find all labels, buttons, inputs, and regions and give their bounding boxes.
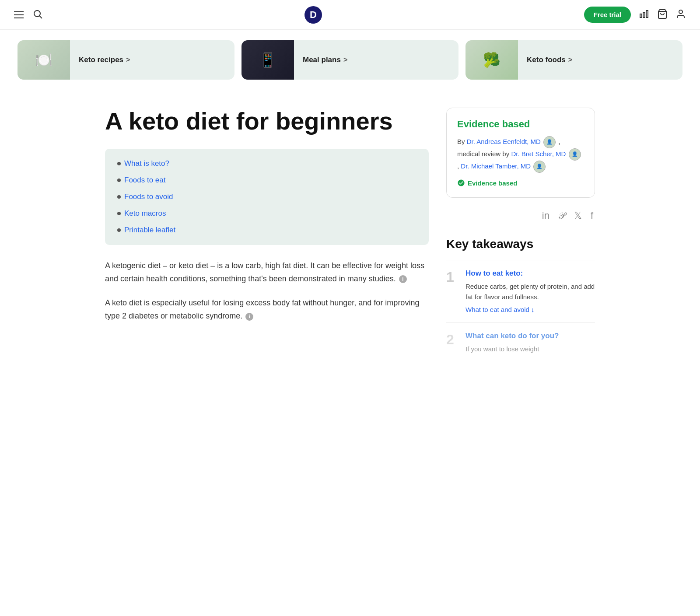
main-content: A keto diet for beginners What is keto? … [105,108,429,367]
toc-link-foods-to-eat[interactable]: Foods to eat [124,176,166,185]
keto-foods-arrow: > [568,56,572,64]
citation-icon-1[interactable]: i [399,275,407,283]
keto-recipes-card[interactable]: 🍽️ Keto recipes > [18,40,234,80]
author3-link[interactable]: Dr. Michael Tamber, MD [461,162,531,170]
toc-item-keto-macros: Keto macros [117,209,416,218]
takeaway-item-2: 2 What can keto do for you? If you want … [446,322,595,367]
meal-plans-label: Meal plans > [294,56,356,64]
toc-link-foods-to-avoid[interactable]: Foods to avoid [124,192,173,201]
svg-line-1 [40,16,42,18]
user-icon[interactable] [676,9,686,21]
keto-foods-image: 🥦 [466,40,518,80]
free-trial-button[interactable]: Free trial [584,7,631,23]
svg-rect-6 [646,10,648,18]
author2-avatar: 👤 [569,148,581,161]
author1-link[interactable]: Dr. Andreas Eenfeldt, MD [467,138,541,145]
keto-recipes-text: Keto recipes [79,56,123,64]
toc-bullet [117,162,121,165]
sidebar: Evidence based By Dr. Andreas Eenfeldt, … [446,108,595,367]
logo-icon: D [304,5,323,24]
evidence-badge-label: Evidence based [468,179,517,187]
meal-plans-image: 📱 [242,40,294,80]
takeaway-content-1: How to eat keto: Reduce carbs, get plent… [466,269,595,314]
cart-icon[interactable] [657,9,668,21]
nav-left [14,9,43,21]
evidence-by-prefix: By [457,138,467,145]
keto-recipes-arrow: > [126,56,130,64]
toc-bullet [117,228,121,232]
toc-item-what-is-keto: What is keto? [117,159,416,168]
pinterest-icon[interactable]: 𝒫 [558,210,565,221]
toc-bullet [117,195,121,199]
toc-item-foods-to-eat: Foods to eat [117,176,416,185]
twitter-icon[interactable]: 𝕏 [574,210,582,221]
keto-foods-img-placeholder: 🥦 [466,40,518,80]
takeaway-heading-1: How to eat keto: [466,269,595,278]
nav-right: Free trial [584,7,686,23]
toc-link-printable-leaflet[interactable]: Printable leaflet [124,226,175,234]
keto-foods-card[interactable]: 🥦 Keto foods > [466,40,682,80]
article-body: A ketogenic diet – or keto diet – is a l… [105,259,429,323]
evidence-badge: Evidence based [457,179,584,187]
main-layout: A keto diet for beginners What is keto? … [88,90,612,367]
takeaway-item-1: 1 How to eat keto: Reduce carbs, get ple… [446,260,595,322]
key-takeaways-title: Key takeaways [446,237,595,251]
meal-plans-img-placeholder: 📱 [242,40,294,80]
toc-item-printable-leaflet: Printable leaflet [117,226,416,234]
article-title: A keto diet for beginners [105,108,429,135]
takeaway-body-2: If you want to lose weight [466,344,559,354]
article-paragraph-1: A ketogenic diet – or keto diet – is a l… [105,259,429,286]
social-row: in 𝒫 𝕏 f [446,210,595,221]
toc-box: What is keto? Foods to eat Foods to avoi… [105,149,429,245]
svg-rect-4 [640,14,642,18]
takeaway-link-1[interactable]: What to eat and avoid ↓ [466,306,535,313]
svg-point-0 [34,10,40,17]
nav-center: D [304,5,323,24]
toc-link-what-is-keto[interactable]: What is keto? [124,159,169,168]
search-icon[interactable] [32,9,43,21]
article-paragraph-1-text: A ketogenic diet – or keto diet – is a l… [105,261,424,284]
toc-bullet [117,212,121,215]
keto-foods-label: Keto foods > [518,56,581,64]
keto-recipes-img-placeholder: 🍽️ [18,40,70,80]
navbar: D Free trial [0,0,700,30]
keto-recipes-label: Keto recipes > [70,56,139,64]
linkedin-icon[interactable]: in [542,210,550,221]
author1-avatar: 👤 [543,136,556,148]
author2-link[interactable]: Dr. Bret Scher, MD [511,150,566,158]
stats-icon[interactable] [639,9,649,21]
keto-recipes-image: 🍽️ [18,40,70,80]
takeaway-num-2: 2 [446,332,458,358]
toc-link-keto-macros[interactable]: Keto macros [124,209,166,218]
keto-foods-text: Keto foods [527,56,566,64]
hamburger-icon[interactable] [14,11,24,18]
evidence-card: Evidence based By Dr. Andreas Eenfeldt, … [446,108,595,198]
takeaway-heading-2: What can keto do for you? [466,332,559,340]
facebook-icon[interactable]: f [591,210,593,221]
article-paragraph-2-text: A keto diet is especially useful for los… [105,298,419,321]
takeaway-body-1: Reduce carbs, get plenty of protein, and… [466,281,595,302]
meal-plans-card[interactable]: 📱 Meal plans > [242,40,458,80]
svg-text:D: D [310,9,317,20]
check-circle-icon [457,179,465,187]
article-paragraph-2: A keto diet is especially useful for los… [105,296,429,323]
meal-plans-text: Meal plans [303,56,341,64]
citation-icon-2[interactable]: i [245,313,253,321]
card-strip: 🍽️ Keto recipes > 📱 Meal plans > 🥦 Keto … [0,30,700,90]
takeaway-content-2: What can keto do for you? If you want to… [466,332,559,358]
evidence-text: By Dr. Andreas Eenfeldt, MD 👤 , medical … [457,136,584,173]
meal-plans-arrow: > [343,56,347,64]
toc-bullet [117,178,121,182]
author3-avatar: 👤 [533,161,546,173]
key-takeaways: Key takeaways 1 How to eat keto: Reduce … [446,237,595,367]
takeaway-num-1: 1 [446,269,458,314]
svg-point-8 [679,10,682,14]
toc-item-foods-to-avoid: Foods to avoid [117,192,416,201]
evidence-title: Evidence based [457,119,584,130]
svg-rect-5 [643,12,645,18]
toc-list: What is keto? Foods to eat Foods to avoi… [117,159,416,234]
